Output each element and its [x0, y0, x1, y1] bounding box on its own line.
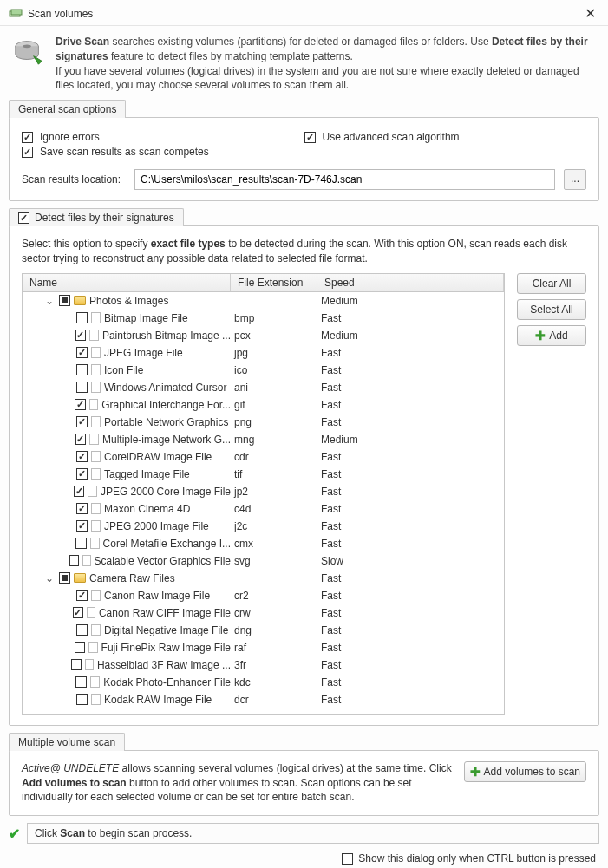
item-speed: Slow	[317, 555, 504, 567]
file-icon	[82, 555, 91, 566]
tree-group[interactable]: ⌄Camera Raw FilesFast	[23, 570, 504, 587]
item-speed: Medium	[317, 330, 504, 342]
item-checkbox[interactable]	[75, 642, 85, 653]
item-checkbox[interactable]	[71, 659, 82, 670]
item-label: Icon File	[104, 364, 143, 376]
item-checkbox[interactable]	[76, 364, 88, 375]
signatures-tree: Name File Extension Speed ⌄Photos & Imag…	[22, 273, 505, 715]
add-volumes-button[interactable]: ✚Add volumes to scan	[464, 761, 586, 782]
browse-button[interactable]: ...	[564, 169, 586, 190]
group-checkbox[interactable]	[59, 295, 70, 306]
multiple-volume-tab: Multiple volume scan	[9, 733, 125, 751]
tree-item[interactable]: Canon Raw Image Filecr2Fast	[23, 587, 504, 604]
tree-item[interactable]: Multiple-image Network G...mngMedium	[23, 431, 504, 448]
tree-item[interactable]: Canon Raw CIFF Image FilecrwFast	[23, 604, 504, 622]
item-checkbox[interactable]	[76, 312, 88, 323]
tree-item[interactable]: Fuji FinePix Raw Image FilerafFast	[23, 639, 504, 656]
add-signature-button[interactable]: ✚Add	[517, 325, 586, 346]
tree-item[interactable]: Portable Network GraphicspngFast	[23, 414, 504, 431]
close-icon[interactable]: ✕	[581, 5, 599, 22]
item-ext: j2c	[231, 520, 317, 532]
ctrl-dialog-checkbox[interactable]	[342, 853, 353, 865]
item-label: Canon Raw Image File	[104, 590, 210, 602]
item-checkbox[interactable]	[76, 451, 88, 462]
chevron-down-icon[interactable]: ⌄	[43, 295, 56, 307]
svg-rect-1	[11, 10, 22, 15]
ignore-errors-label: Ignore errors	[40, 131, 100, 143]
item-checkbox[interactable]	[76, 590, 88, 601]
tree-item[interactable]: Digital Negative Image FiledngFast	[23, 622, 504, 639]
clear-all-button[interactable]: Clear All	[517, 273, 586, 294]
item-checkbox[interactable]	[75, 399, 86, 410]
item-ext: mng	[231, 434, 317, 446]
tree-item[interactable]: Corel Metafile Exchange I...cmxFast	[23, 535, 504, 552]
tree-item[interactable]: Maxon Cinema 4Dc4dFast	[23, 500, 504, 518]
item-ext: c4d	[231, 503, 317, 515]
item-checkbox[interactable]	[75, 676, 87, 688]
tree-group[interactable]: ⌄Photos & ImagesMedium	[23, 292, 504, 310]
item-checkbox[interactable]	[76, 468, 88, 480]
tree-item[interactable]: JPEG 2000 Core Image Filejp2Fast	[23, 483, 504, 500]
item-ext: kdc	[231, 676, 317, 689]
item-checkbox[interactable]	[75, 330, 87, 341]
item-speed: Medium	[317, 434, 504, 446]
tree-item[interactable]: Paintbrush Bitmap Image ...pcxMedium	[23, 327, 504, 344]
tree-header: Name File Extension Speed	[23, 274, 504, 292]
item-ext: crw	[231, 607, 317, 619]
select-all-button[interactable]: Select All	[517, 299, 586, 320]
tree-item[interactable]: Bitmap Image FilebmpFast	[23, 310, 504, 327]
item-speed: Fast	[317, 642, 504, 654]
item-speed: Fast	[317, 590, 504, 602]
group-label: Camera Raw Files	[89, 572, 175, 584]
tree-item[interactable]: Scalable Vector Graphics FilesvgSlow	[23, 552, 504, 570]
tree-item[interactable]: Graphical Interchange For...gifFast	[23, 396, 504, 414]
tree-item[interactable]: Kodak RAW Image FiledcrFast	[23, 691, 504, 708]
item-ext: raf	[231, 642, 317, 654]
item-checkbox[interactable]	[76, 694, 88, 705]
item-speed: Fast	[317, 468, 504, 480]
title-bar: Scan volumes ✕	[0, 0, 608, 26]
file-icon	[89, 434, 99, 445]
item-checkbox[interactable]	[76, 416, 88, 427]
col-speed[interactable]: Speed	[317, 274, 504, 291]
advanced-algo-checkbox[interactable]	[304, 132, 316, 143]
tree-item[interactable]: Kodak Photo-Enhancer FilekdcFast	[23, 674, 504, 691]
save-results-checkbox[interactable]	[22, 147, 33, 158]
item-ext: ani	[231, 382, 317, 394]
file-icon	[89, 330, 99, 341]
item-checkbox[interactable]	[74, 486, 84, 497]
item-ext: cmx	[231, 538, 317, 550]
col-name[interactable]: Name	[23, 274, 231, 291]
ignore-errors-checkbox[interactable]	[22, 132, 33, 143]
item-checkbox[interactable]	[75, 538, 87, 549]
chevron-down-icon[interactable]: ⌄	[43, 572, 56, 584]
tree-item[interactable]: Tagged Image FiletifFast	[23, 466, 504, 483]
item-checkbox[interactable]	[76, 347, 88, 358]
tree-item[interactable]: Hasselblad 3F Raw Image ...3frFast	[23, 656, 504, 674]
file-icon	[88, 486, 96, 497]
signatures-enable-checkbox[interactable]	[18, 212, 29, 224]
tree-item[interactable]: CorelDRAW Image FilecdrFast	[23, 448, 504, 466]
item-checkbox[interactable]	[76, 624, 88, 636]
item-checkbox[interactable]	[76, 520, 88, 532]
item-ext: pcx	[231, 330, 317, 342]
col-ext[interactable]: File Extension	[231, 274, 317, 291]
tree-item[interactable]: Icon FileicoFast	[23, 362, 504, 379]
location-input[interactable]	[134, 169, 555, 190]
tree-body[interactable]: ⌄Photos & ImagesMediumBitmap Image Fileb…	[23, 292, 504, 714]
svg-point-3	[23, 44, 30, 48]
item-checkbox[interactable]	[69, 555, 79, 566]
item-checkbox[interactable]	[76, 503, 88, 514]
file-icon	[91, 347, 101, 358]
tree-item[interactable]: Windows Animated CursoraniFast	[23, 379, 504, 396]
item-label: Canon Raw CIFF Image File	[99, 607, 231, 619]
item-checkbox[interactable]	[76, 382, 88, 393]
item-checkbox[interactable]	[73, 607, 83, 618]
file-icon	[89, 399, 99, 410]
item-checkbox[interactable]	[75, 434, 87, 445]
window-title: Scan volumes	[28, 8, 581, 20]
item-label: Kodak Photo-Enhancer File	[103, 676, 231, 689]
tree-item[interactable]: JPEG 2000 Image Filej2cFast	[23, 518, 504, 535]
tree-item[interactable]: JPEG Image FilejpgFast	[23, 344, 504, 362]
group-checkbox[interactable]	[59, 572, 70, 584]
